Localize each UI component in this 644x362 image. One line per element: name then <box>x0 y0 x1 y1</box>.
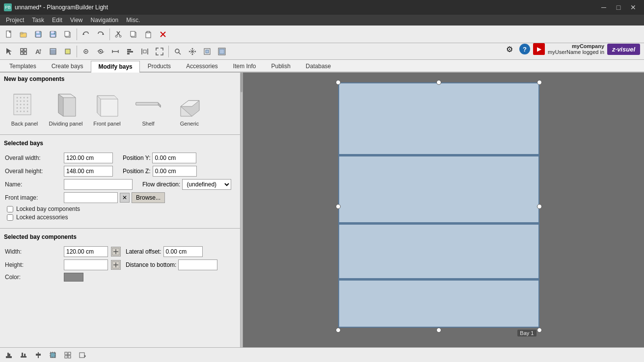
bottom-btn-3[interactable] <box>31 348 45 362</box>
name-input[interactable] <box>64 179 133 190</box>
fit-tool[interactable] <box>200 45 214 58</box>
dividing-panel-item[interactable]: Dividing panel <box>46 88 85 129</box>
search-tool[interactable] <box>171 45 185 58</box>
menu-task[interactable]: Task <box>28 16 48 25</box>
save-button[interactable] <box>31 27 45 41</box>
handle-ml[interactable] <box>336 204 341 209</box>
bay-rect: Bay 1 <box>338 82 539 328</box>
delete-button[interactable] <box>156 27 170 41</box>
handle-tc[interactable] <box>436 80 441 85</box>
maximize-button[interactable]: □ <box>612 2 625 13</box>
tab-database[interactable]: Database <box>298 60 338 72</box>
bottom-btn-4[interactable] <box>46 348 60 362</box>
front-image-input[interactable] <box>64 192 118 203</box>
svg-point-69 <box>24 107 25 108</box>
height-stepper-button[interactable] <box>111 260 121 270</box>
handle-bc[interactable] <box>436 328 441 333</box>
locked-bay-checkbox[interactable] <box>7 206 13 212</box>
duplicate-button[interactable] <box>61 27 75 41</box>
color-swatch[interactable] <box>64 273 83 282</box>
titlebar-controls: ─ □ ✕ <box>597 2 640 13</box>
pos-z-input[interactable] <box>153 166 197 177</box>
handle-br[interactable] <box>537 328 542 333</box>
settings-button[interactable]: ⚙ <box>503 42 516 56</box>
height-input[interactable] <box>64 259 108 270</box>
tab-item-info[interactable]: Item Info <box>226 60 264 72</box>
back-panel-item[interactable]: Back panel <box>5 88 44 129</box>
bay-tool[interactable] <box>46 45 60 58</box>
help-button[interactable]: ? <box>519 44 530 54</box>
tab-templates[interactable]: Templates <box>2 60 44 72</box>
clear-image-button[interactable]: ✕ <box>120 193 130 203</box>
new-button[interactable] <box>2 27 16 41</box>
tab-modify-bays[interactable]: Modify bays <box>91 61 139 73</box>
locked-acc-checkbox[interactable] <box>7 214 13 221</box>
pan-tool[interactable] <box>186 45 199 58</box>
zoom-fit-tool[interactable] <box>215 45 229 58</box>
lateral-offset-input[interactable] <box>163 246 203 257</box>
height-label: Height: <box>5 261 64 268</box>
copy-button[interactable] <box>127 27 140 41</box>
select-tool[interactable] <box>2 45 16 58</box>
pos-y-input[interactable] <box>152 153 196 163</box>
tab-products[interactable]: Products <box>140 60 178 72</box>
handle-mr[interactable] <box>537 204 542 209</box>
tab-publish[interactable]: Publish <box>264 60 298 72</box>
product-tool[interactable] <box>61 45 75 58</box>
flow-direction-select[interactable]: (undefined) Left to right Right to left <box>182 179 231 190</box>
menu-project[interactable]: Project <box>2 16 28 25</box>
handle-bl[interactable] <box>336 328 341 333</box>
generic-item[interactable]: Generic <box>170 88 209 129</box>
scrollbar-thumb[interactable] <box>241 73 242 92</box>
overall-height-input[interactable] <box>64 166 113 177</box>
width-stepper-button[interactable] <box>111 247 121 257</box>
distance-to-bottom-input[interactable] <box>178 259 217 270</box>
view2-tool[interactable] <box>94 45 107 58</box>
text-tool[interactable]: A <box>31 45 45 58</box>
overall-width-input[interactable] <box>64 153 113 163</box>
undo-button[interactable] <box>79 27 93 41</box>
align-tool[interactable] <box>123 45 137 58</box>
tab-create-bays[interactable]: Create bays <box>44 60 91 72</box>
expand-tool[interactable] <box>153 45 166 58</box>
svg-point-57 <box>24 97 25 98</box>
dividing-panel-icon <box>49 90 83 120</box>
paste-button[interactable] <box>141 27 155 41</box>
svg-rect-30 <box>50 49 56 54</box>
bottom-btn-6[interactable] <box>76 348 89 362</box>
company-name: myCompany <box>548 43 604 49</box>
front-image-label: Front image: <box>5 194 64 201</box>
bottom-btn-1[interactable] <box>2 348 16 362</box>
width-input[interactable] <box>64 246 108 257</box>
record-button[interactable]: ▶ <box>533 43 545 55</box>
select2-tool[interactable] <box>17 45 30 58</box>
canvas-area[interactable]: Bay 1 <box>243 73 644 347</box>
sep2 <box>109 28 110 40</box>
redo-button[interactable] <box>94 27 107 41</box>
menu-navigation[interactable]: Navigation <box>87 16 123 25</box>
shelf-item[interactable]: Shelf <box>129 88 168 129</box>
browse-button[interactable]: Browse... <box>132 192 165 203</box>
tab-accessories[interactable]: Accessories <box>179 60 225 72</box>
menu-misc[interactable]: Misc. <box>122 16 144 25</box>
menu-view[interactable]: View <box>66 16 87 25</box>
handle-tr[interactable] <box>537 80 542 85</box>
menu-edit[interactable]: Edit <box>48 16 66 25</box>
open-button[interactable] <box>17 27 30 41</box>
bottom-btn-2[interactable] <box>17 348 30 362</box>
svg-marker-83 <box>158 103 161 107</box>
front-panel-item[interactable]: Front panel <box>87 88 127 129</box>
svg-rect-107 <box>65 356 67 358</box>
measure-tool[interactable] <box>108 45 122 58</box>
svg-marker-12 <box>82 33 84 35</box>
handle-tl[interactable] <box>336 80 341 85</box>
cut-button[interactable] <box>112 27 126 41</box>
bottom-btn-5[interactable] <box>61 348 75 362</box>
view1-tool[interactable] <box>79 45 93 58</box>
svg-rect-102 <box>39 354 41 356</box>
close-button[interactable]: ✕ <box>626 2 640 13</box>
locked-acc-label: Locked accessories <box>16 214 68 221</box>
save-as-button[interactable]: + <box>46 27 60 41</box>
minimize-button[interactable]: ─ <box>597 2 611 13</box>
distribute-tool[interactable] <box>138 45 152 58</box>
